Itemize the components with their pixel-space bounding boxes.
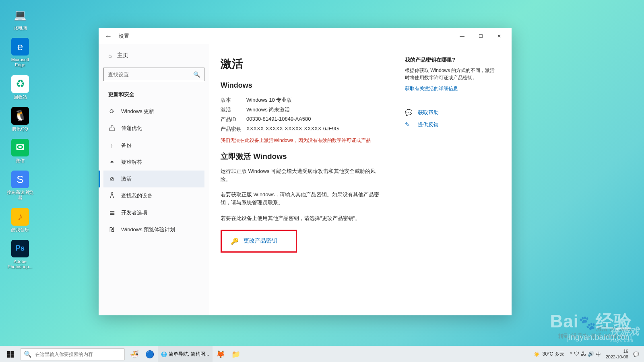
check-icon: ⊘ <box>108 175 116 183</box>
clock[interactable]: 16 2022-10-06 <box>603 349 631 359</box>
backup-icon: ↑ <box>108 142 116 149</box>
get-help-link[interactable]: 💬获取帮助 <box>405 107 495 119</box>
productid-value: 00330-81491-10849-AA580 <box>246 116 393 123</box>
taskbar-edge[interactable]: 🌐 简单导航, 简约网... <box>158 346 213 362</box>
desktop-icon-photoshop[interactable]: PsAdobe Photoshop... <box>6 240 34 269</box>
tray-volume-icon[interactable]: 🔊 <box>588 351 594 358</box>
taskbar: 🔍 🍜 🔵 🌐 简单导航, 简约网... 🦊 📁 ☀️30°C 多云 ^ 🛡 🖧… <box>0 346 644 362</box>
close-button[interactable]: ✕ <box>490 30 508 43</box>
desktop-icon-edge[interactable]: eMicrosoft Edge <box>6 38 34 68</box>
settings-window: ← 设置 — ☐ ✕ ⌂主页 🔍 更新和安全 ⟳Windows 更新 凸传递优化… <box>99 28 512 315</box>
feedback-icon: ✎ <box>405 121 412 128</box>
notification-icon[interactable]: 💬 <box>633 352 639 357</box>
settings-search[interactable]: 🔍 <box>103 68 204 81</box>
insider-icon: ₪ <box>108 226 116 233</box>
taskbar-firefox[interactable]: 🦊 <box>213 346 228 362</box>
change-key-highlight: 🔑 更改产品密钥 <box>221 230 297 253</box>
maximize-button[interactable]: ☐ <box>471 30 490 43</box>
tray-ime-icon[interactable]: 中 <box>596 351 601 358</box>
activate-para-3: 若要在此设备上使用其他产品密钥，请选择"更改产品密钥"。 <box>221 214 382 222</box>
nav-developers[interactable]: 𝌆开发者选项 <box>103 204 204 221</box>
window-title: 设置 <box>119 33 129 40</box>
windows-heading: Windows <box>221 81 393 90</box>
start-button[interactable] <box>2 346 19 362</box>
change-product-key-button[interactable]: 🔑 更改产品密钥 <box>224 233 284 249</box>
tray-chevron-icon[interactable]: ^ <box>570 351 572 358</box>
desktop-icon-sogou[interactable]: S搜狗高速浏览器 <box>6 171 34 200</box>
side-body: 根据你获取 Windows 的方式的不同，激活时将使用数字许可证或产品密钥。 <box>405 67 495 81</box>
sun-icon: ☀️ <box>534 352 540 357</box>
help-icon: 💬 <box>405 109 412 116</box>
side-title: 我的产品密钥在哪里? <box>405 56 495 64</box>
productkey-label: 产品密钥 <box>221 125 246 133</box>
content: 激活 Windows 版本Windows 10 专业版 激活Windows 尚未… <box>209 44 512 315</box>
activate-para-1: 运行非正版 Windows 可能会增大遭受病毒攻击和其他安全威胁的风险。 <box>221 167 382 183</box>
nav-insider[interactable]: ₪Windows 预览体验计划 <box>103 221 204 238</box>
taskbar-app-1[interactable]: 🍜 <box>127 346 142 362</box>
desktop-icon-pc[interactable]: 💻此电脑 <box>6 6 34 31</box>
desktop: 💻此电脑 eMicrosoft Edge ♻回收站 🐧腾讯QQ ✉微信 S搜狗高… <box>0 0 644 362</box>
feedback-link[interactable]: ✎提供反馈 <box>405 119 495 131</box>
activation-label: 激活 <box>221 106 246 113</box>
activate-now-heading: 立即激活 Windows <box>221 151 393 162</box>
taskbar-explorer[interactable]: 📁 <box>229 346 243 362</box>
productid-label: 产品ID <box>221 116 246 123</box>
delivery-icon: 凸 <box>108 125 116 132</box>
taskbar-sogou[interactable]: 🔵 <box>142 346 157 362</box>
nav-troubleshoot[interactable]: ✶疑难解答 <box>103 154 204 171</box>
desktop-icons: 💻此电脑 eMicrosoft Edge ♻回收站 🐧腾讯QQ ✉微信 S搜狗高… <box>6 6 34 277</box>
system-tray: ☀️30°C 多云 ^ 🛡 🖧 🔊 中 16 2022-10-06 💬 <box>534 349 642 359</box>
tray-network-icon[interactable]: 🖧 <box>581 351 586 358</box>
sync-icon: ⟳ <box>108 108 116 115</box>
search-icon: 🔍 <box>24 350 32 358</box>
home-icon: ⌂ <box>108 52 111 59</box>
taskbar-search-input[interactable] <box>35 352 121 357</box>
activation-value: Windows 尚未激活 <box>246 106 393 113</box>
desktop-icon-qq[interactable]: 🐧腾讯QQ <box>6 107 34 132</box>
minimize-button[interactable]: — <box>453 30 471 43</box>
key-icon: 🔑 <box>231 237 239 245</box>
activation-error: 我们无法在此设备上激活Windows，因为没有有效的数字许可证或产品 <box>221 137 393 144</box>
desktop-icon-kuwo[interactable]: ♪酷我音乐 <box>6 208 34 232</box>
desktop-icon-wechat[interactable]: ✉微信 <box>6 139 34 163</box>
page-title: 激活 <box>221 56 393 72</box>
activate-para-2: 若要获取正版 Windows，请输入其他产品密钥。如果没有其他产品密钥，请与系统… <box>221 191 382 207</box>
window-controls: — ☐ ✕ <box>453 30 508 43</box>
edition-label: 版本 <box>221 97 246 104</box>
info-table: 版本Windows 10 专业版 激活Windows 尚未激活 产品ID0033… <box>221 95 393 134</box>
developer-icon: 𝌆 <box>108 209 116 216</box>
edition-value: Windows 10 专业版 <box>246 97 393 104</box>
weather-widget[interactable]: ☀️30°C 多云 <box>534 351 564 358</box>
side-column: 我的产品密钥在哪里? 根据你获取 Windows 的方式的不同，激活时将使用数字… <box>405 56 495 307</box>
titlebar: ← 设置 — ☐ ✕ <box>99 28 512 44</box>
nav-activation[interactable]: ⊘激活 <box>103 171 204 187</box>
activation-details-link[interactable]: 获取有关激活的详细信息 <box>405 85 495 92</box>
productkey-value: XXXXX-XXXXX-XXXXX-XXXXX-6JF9G <box>246 125 393 133</box>
nav-find-device[interactable]: ᐰ查找我的设备 <box>103 187 204 204</box>
search-input[interactable] <box>108 72 193 78</box>
taskbar-search[interactable]: 🔍 <box>20 348 125 360</box>
site-watermark: 侠游戏 xiayx.com <box>610 325 639 343</box>
location-icon: ᐰ <box>108 192 116 200</box>
sidebar: ⌂主页 🔍 更新和安全 ⟳Windows 更新 凸传递优化 ↑备份 ✶疑难解答 … <box>99 44 209 315</box>
nav-backup[interactable]: ↑备份 <box>103 137 204 154</box>
nav-windows-update[interactable]: ⟳Windows 更新 <box>103 103 204 120</box>
desktop-icon-recycle[interactable]: ♻回收站 <box>6 75 34 100</box>
section-title: 更新和安全 <box>103 87 204 103</box>
troubleshoot-icon: ✶ <box>108 158 116 166</box>
nav-delivery-optimization[interactable]: 凸传递优化 <box>103 120 204 137</box>
search-icon: 🔍 <box>193 71 200 78</box>
home-button[interactable]: ⌂主页 <box>103 47 204 64</box>
tray-shield-icon[interactable]: 🛡 <box>574 351 579 358</box>
back-button[interactable]: ← <box>102 30 115 43</box>
